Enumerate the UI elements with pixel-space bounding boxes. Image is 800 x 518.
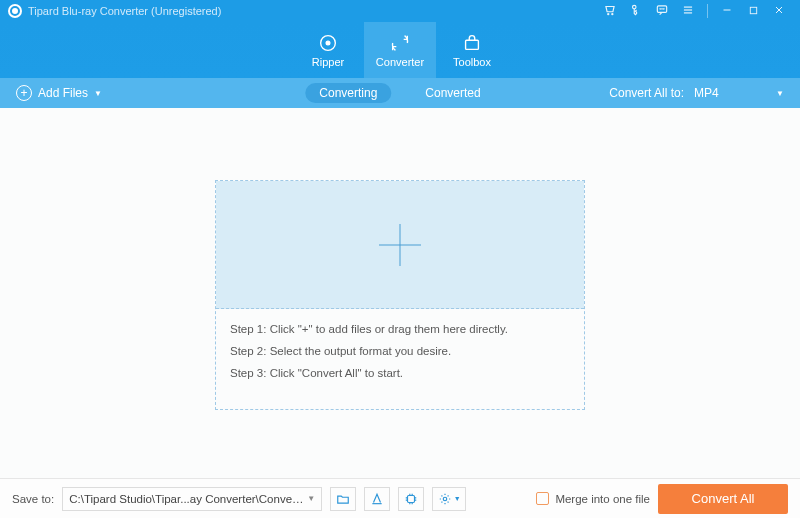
plus-icon — [379, 224, 421, 266]
svg-point-0 — [608, 13, 609, 14]
open-folder-button[interactable] — [330, 487, 356, 511]
drop-steps: Step 1: Click "+" to add files or drag t… — [216, 309, 584, 395]
save-path-value: C:\Tipard Studio\Tipar...ay Converter\Co… — [69, 493, 307, 505]
minimize-button[interactable] — [714, 4, 740, 19]
titlebar-separator — [707, 4, 708, 18]
merge-label: Merge into one file — [555, 493, 650, 505]
sub-toolbar: + Add Files ▼ Converting Converted Conve… — [0, 78, 800, 108]
svg-rect-17 — [408, 495, 415, 502]
subtab-converted[interactable]: Converted — [411, 83, 494, 103]
merge-checkbox[interactable]: Merge into one file — [536, 492, 650, 505]
tab-toolbox[interactable]: Toolbox — [436, 22, 508, 78]
footer-bar: Save to: C:\Tipard Studio\Tipar...ay Con… — [0, 478, 800, 518]
menu-icon[interactable] — [675, 3, 701, 20]
subtab-converted-label: Converted — [425, 86, 480, 100]
settings-dropdown-button[interactable]: ▼ — [432, 487, 466, 511]
svg-point-5 — [662, 8, 663, 9]
speed-settings-button[interactable] — [364, 487, 390, 511]
step-1-text: Step 1: Click "+" to add files or drag t… — [230, 319, 570, 341]
chevron-down-icon: ▼ — [776, 89, 784, 98]
content-area: Step 1: Click "+" to add files or drag t… — [0, 108, 800, 478]
drop-zone-add[interactable] — [216, 181, 584, 309]
svg-point-1 — [612, 13, 613, 14]
tab-ripper-label: Ripper — [312, 56, 344, 68]
add-files-label: Add Files — [38, 86, 88, 100]
title-bar: Tipard Blu-ray Converter (Unregistered) — [0, 0, 800, 22]
tab-ripper[interactable]: Ripper — [292, 22, 364, 78]
chevron-down-icon: ▼ — [94, 89, 102, 98]
output-format-value: MP4 — [694, 86, 719, 100]
subtab-converting[interactable]: Converting — [305, 83, 391, 103]
close-button[interactable] — [766, 4, 792, 19]
step-3-text: Step 3: Click "Convert All" to start. — [230, 363, 570, 385]
svg-rect-11 — [750, 7, 756, 13]
feedback-icon[interactable] — [649, 3, 675, 20]
step-2-text: Step 2: Select the output format you des… — [230, 341, 570, 363]
maximize-button[interactable] — [740, 4, 766, 19]
main-tabs: Ripper Converter Toolbox — [0, 22, 800, 78]
cart-icon[interactable] — [597, 3, 623, 20]
drop-zone[interactable]: Step 1: Click "+" to add files or drag t… — [215, 180, 585, 410]
add-files-button[interactable]: + Add Files ▼ — [0, 85, 118, 101]
save-to-label: Save to: — [12, 493, 54, 505]
convert-all-to-label: Convert All to: — [609, 86, 684, 100]
save-path-dropdown[interactable]: C:\Tipard Studio\Tipar...ay Converter\Co… — [62, 487, 322, 511]
tab-toolbox-label: Toolbox — [453, 56, 491, 68]
subtab-converting-label: Converting — [319, 86, 377, 100]
chevron-down-icon: ▼ — [454, 495, 461, 502]
svg-point-6 — [663, 8, 664, 9]
convert-all-button[interactable]: Convert All — [658, 484, 788, 514]
svg-point-2 — [633, 5, 637, 9]
gpu-accel-button[interactable] — [398, 487, 424, 511]
svg-rect-16 — [466, 40, 479, 49]
tab-converter[interactable]: Converter — [364, 22, 436, 78]
svg-point-15 — [326, 41, 330, 45]
tab-converter-label: Converter — [376, 56, 424, 68]
svg-point-4 — [660, 8, 661, 9]
window-title: Tipard Blu-ray Converter (Unregistered) — [28, 5, 221, 17]
checkbox-icon — [536, 492, 549, 505]
svg-point-18 — [443, 497, 447, 501]
app-logo-icon — [8, 4, 22, 18]
plus-circle-icon: + — [16, 85, 32, 101]
key-icon[interactable] — [623, 3, 649, 20]
chevron-down-icon: ▼ — [307, 494, 315, 503]
output-format-select[interactable]: MP4 ▼ — [694, 86, 784, 100]
